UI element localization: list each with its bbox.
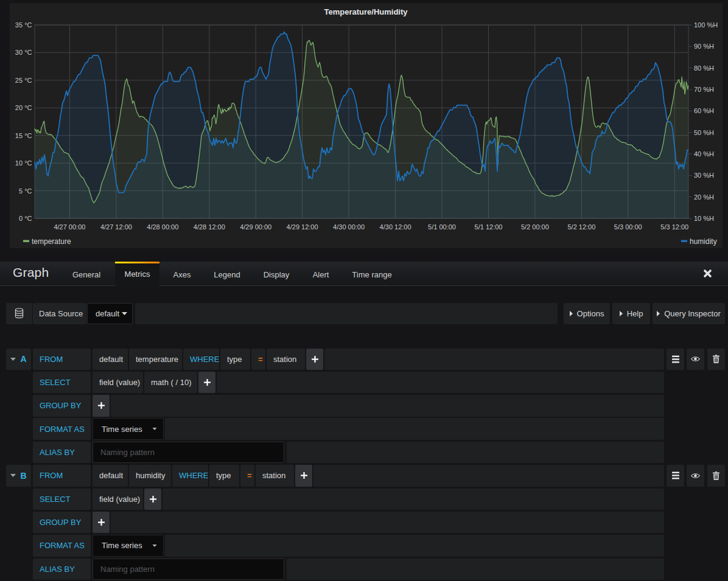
svg-text:5/2 12:00: 5/2 12:00 (567, 223, 595, 231)
svg-text:5/3 00:00: 5/3 00:00 (614, 223, 642, 231)
svg-text:20 %H: 20 %H (694, 193, 714, 201)
svg-text:4/29 00:00: 4/29 00:00 (240, 223, 271, 231)
svg-text:5/1 00:00: 5/1 00:00 (428, 223, 456, 231)
svg-text:100 %H: 100 %H (694, 21, 718, 29)
svg-text:temperature: temperature (32, 237, 71, 246)
svg-text:50 %H: 50 %H (694, 129, 714, 136)
svg-text:4/30 00:00: 4/30 00:00 (333, 223, 365, 231)
svg-text:25 °C: 25 °C (15, 77, 32, 84)
svg-text:humidity: humidity (690, 237, 717, 246)
svg-text:15 °C: 15 °C (15, 132, 32, 139)
svg-text:30 %H: 30 %H (694, 172, 714, 179)
svg-text:4/27 12:00: 4/27 12:00 (100, 223, 132, 231)
svg-text:4/29 12:00: 4/29 12:00 (287, 223, 318, 231)
svg-text:4/30 12:00: 4/30 12:00 (380, 223, 411, 231)
svg-text:10 °C: 10 °C (15, 159, 32, 167)
svg-text:80 %H: 80 %H (694, 64, 714, 72)
svg-text:5/3 12:00: 5/3 12:00 (660, 223, 688, 231)
svg-text:5/1 12:00: 5/1 12:00 (475, 223, 503, 231)
svg-text:30 °C: 30 °C (15, 49, 32, 56)
svg-text:90 %H: 90 %H (694, 43, 714, 50)
svg-text:4/28 12:00: 4/28 12:00 (194, 223, 225, 231)
svg-text:35 °C: 35 °C (15, 21, 32, 29)
svg-text:0 °C: 0 °C (19, 215, 32, 222)
svg-text:4/28 00:00: 4/28 00:00 (147, 223, 178, 231)
svg-text:5/2 00:00: 5/2 00:00 (521, 223, 549, 231)
svg-text:5 °C: 5 °C (19, 187, 32, 195)
svg-text:Temperature/Humidity: Temperature/Humidity (324, 7, 408, 16)
svg-text:4/27 00:00: 4/27 00:00 (54, 223, 85, 231)
svg-text:20 °C: 20 °C (15, 104, 32, 111)
svg-text:40 %H: 40 %H (694, 150, 714, 158)
svg-text:70 %H: 70 %H (694, 86, 714, 93)
svg-text:10 %H: 10 %H (694, 215, 714, 222)
svg-text:60 %H: 60 %H (694, 107, 714, 114)
